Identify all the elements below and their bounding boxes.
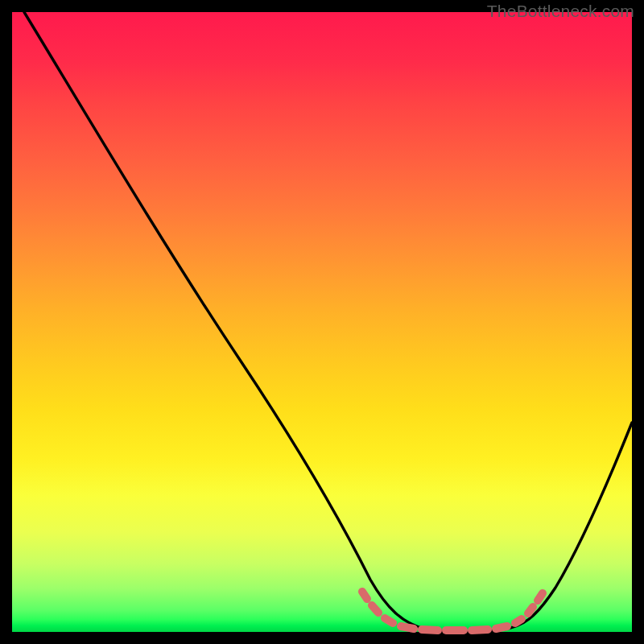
chart-container: TheBottleneck.com — [0, 0, 644, 644]
watermark-text: TheBottleneck.com — [487, 2, 634, 21]
plot-gradient-area — [12, 12, 632, 632]
